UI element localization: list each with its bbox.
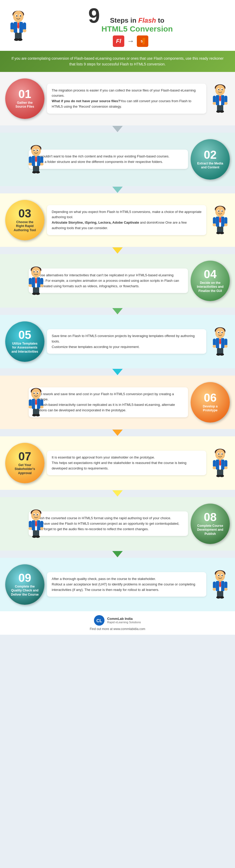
svg-point-11 bbox=[10, 29, 14, 32]
svg-rect-110 bbox=[219, 338, 221, 339]
footer-logo: CL CommLab India Rapid eLearning Solutio… bbox=[94, 615, 141, 626]
svg-rect-66 bbox=[213, 217, 216, 224]
svg-point-140 bbox=[212, 466, 216, 469]
svg-point-163 bbox=[32, 536, 36, 538]
header-title-line2: HTML5 Conversion bbox=[102, 25, 173, 33]
step-content-box: Save time on Flash to HTML5 conversion p… bbox=[47, 329, 206, 354]
step-content-box: It is essential to get approval from you… bbox=[47, 451, 206, 475]
step-content-text: It is essential to get approval from you… bbox=[52, 455, 202, 460]
footer-company-name: CommLab India bbox=[107, 617, 141, 621]
svg-rect-146 bbox=[219, 459, 221, 461]
svg-point-181 bbox=[219, 596, 224, 599]
footer: CL CommLab India Rapid eLearning Solutio… bbox=[0, 611, 235, 635]
step-oval-wrap: 03 Choose theRight RapidAuthoring Tool bbox=[5, 200, 44, 240]
svg-point-25 bbox=[218, 89, 219, 90]
svg-point-170 bbox=[221, 575, 223, 576]
footer-logo-icon: CL bbox=[94, 615, 104, 626]
step-content-text: After a thorough quality check, pass on … bbox=[52, 576, 202, 582]
header-number: 9 bbox=[88, 5, 100, 26]
step-mascot bbox=[4, 265, 26, 297]
svg-rect-31 bbox=[224, 96, 227, 103]
footer-logo-text-block: CommLab India Rapid eLearning Solutions bbox=[107, 617, 141, 624]
step-mascot bbox=[4, 386, 26, 418]
step-number: 03 bbox=[19, 208, 31, 219]
header: 9 Steps in Flash to HTML5 Conversion Fl … bbox=[0, 0, 235, 51]
step-divider-arrow bbox=[112, 308, 123, 314]
step-divider-arrow bbox=[112, 247, 123, 254]
footer-url: Find out more at www.commlabidia.com bbox=[90, 627, 146, 631]
step-content-bold: What if you do not have your source file… bbox=[52, 98, 202, 110]
svg-point-26 bbox=[221, 89, 223, 90]
step-mascot bbox=[4, 508, 26, 539]
step-title: Get YourStakeholder'sApproval bbox=[11, 463, 38, 475]
svg-rect-49 bbox=[29, 156, 32, 164]
svg-rect-30 bbox=[213, 96, 216, 103]
svg-point-109 bbox=[219, 353, 224, 356]
svg-point-4 bbox=[16, 16, 18, 17]
svg-point-148 bbox=[31, 510, 41, 521]
svg-rect-48 bbox=[40, 156, 43, 164]
step-oval-wrap: 09 Complete theQuality Check andDeliver … bbox=[5, 564, 44, 605]
step-content-text: Depending on what you expect from Flash … bbox=[52, 209, 202, 220]
svg-point-68 bbox=[212, 223, 216, 226]
svg-rect-157 bbox=[29, 521, 32, 528]
svg-rect-156 bbox=[40, 521, 43, 528]
green-banner: If you are contemplating conversion of F… bbox=[0, 51, 235, 72]
step-content-text: You wouldn't want to lose the rich conte… bbox=[33, 154, 183, 159]
svg-rect-56 bbox=[35, 155, 37, 157]
step-number-oval: 06 Develop aPrototype bbox=[191, 382, 230, 423]
step-content-box: Choose alternatives for interactivities … bbox=[29, 269, 188, 293]
step-title: Utilize Templatesfor Assessmentsand Inte… bbox=[8, 342, 41, 354]
step-row-09: 09 Complete theQuality Check andDeliver … bbox=[0, 558, 235, 611]
step-number: 01 bbox=[19, 88, 31, 100]
step-title: Extract the Mediaand Content bbox=[194, 162, 226, 170]
svg-point-177 bbox=[224, 588, 228, 591]
step-divider-1 bbox=[0, 186, 235, 193]
svg-point-97 bbox=[218, 332, 219, 333]
svg-point-16 bbox=[18, 38, 23, 41]
svg-point-12 bbox=[23, 29, 26, 32]
svg-point-22 bbox=[215, 85, 225, 96]
svg-rect-84 bbox=[40, 278, 43, 285]
step-number: 04 bbox=[204, 269, 217, 280]
step-divider-arrow bbox=[112, 126, 123, 132]
svg-point-98 bbox=[221, 332, 223, 333]
svg-rect-103 bbox=[224, 339, 227, 346]
step-row-01: 01 Gather theSource Files The migration … bbox=[0, 72, 235, 125]
step-title: Decide on theInteractivities andFinalize… bbox=[194, 281, 227, 293]
step-content-text: The migration process is easier if you c… bbox=[52, 88, 202, 99]
svg-point-130 bbox=[215, 450, 225, 460]
step-content-after: If you have used the Flash to HTML5 conv… bbox=[33, 521, 183, 532]
svg-point-50 bbox=[40, 163, 43, 165]
step-number: 06 bbox=[204, 392, 217, 403]
step-number-oval: 07 Get YourStakeholder'sApproval bbox=[5, 443, 44, 483]
svg-point-145 bbox=[219, 475, 224, 477]
svg-point-104 bbox=[212, 345, 216, 348]
step-content-box: Avoid rework and save time and cost in y… bbox=[29, 388, 188, 417]
step-oval-wrap: 02 Extract the Mediaand Content bbox=[191, 139, 230, 180]
svg-rect-10 bbox=[23, 23, 26, 30]
svg-rect-102 bbox=[213, 339, 216, 346]
step-number-oval: 03 Choose theRight RapidAuthoring Tool bbox=[5, 200, 44, 240]
svg-rect-138 bbox=[213, 460, 216, 467]
svg-rect-92 bbox=[35, 277, 37, 278]
svg-rect-9 bbox=[10, 23, 14, 30]
svg-point-105 bbox=[224, 345, 228, 348]
step-content-after: Rollout a user acceptance test (UAT) to … bbox=[52, 582, 202, 593]
svg-rect-67 bbox=[224, 217, 227, 224]
svg-point-32 bbox=[212, 102, 216, 105]
step-oval-wrap: 05 Utilize Templatesfor Assessmentsand I… bbox=[5, 321, 44, 362]
svg-point-1 bbox=[13, 11, 24, 22]
svg-rect-164 bbox=[35, 520, 37, 521]
svg-rect-174 bbox=[213, 582, 216, 589]
svg-point-169 bbox=[218, 575, 219, 576]
step-row-06: 06 Develop aPrototype Avoid rework and s… bbox=[0, 376, 235, 429]
step-divider-5 bbox=[0, 429, 235, 436]
svg-point-51 bbox=[28, 163, 32, 165]
step-number: 08 bbox=[204, 512, 217, 523]
step-divider-arrow bbox=[112, 490, 123, 497]
svg-point-86 bbox=[40, 284, 43, 287]
step-title: Choose theRight RapidAuthoring Tool bbox=[10, 220, 39, 232]
step-content-text: Choose alternatives for interactivities … bbox=[33, 273, 183, 289]
step-mascot bbox=[209, 447, 231, 478]
